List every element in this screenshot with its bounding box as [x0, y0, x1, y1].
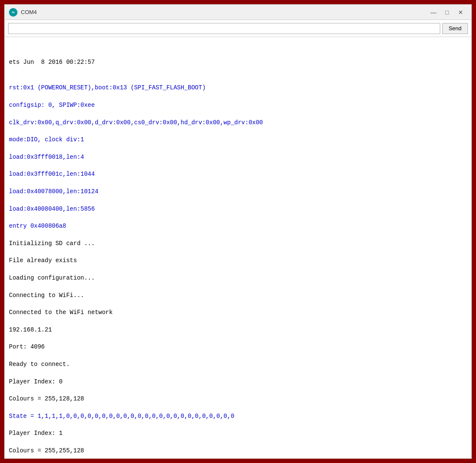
title-bar: ∞ COM4 — □ ✕ [5, 5, 471, 20]
console-line: Initializing SD card ... [9, 239, 467, 248]
console-line: Loading configuration... [9, 274, 467, 282]
arduino-logo-icon: ∞ [9, 8, 17, 17]
console-line: Port: 4096 [9, 343, 467, 351]
console-line: load:0x40078000,len:10124 [9, 187, 467, 196]
console-line: entry 0x400806a8 [9, 222, 467, 230]
console-line: Colours = 255,128,128 [9, 394, 467, 403]
console-line: load:0x3fff0018,len:4 [9, 153, 467, 161]
title-bar-left: ∞ COM4 [9, 8, 37, 17]
console-output: ets Jun 8 2016 00:22:57 rst:0x1 (POWERON… [5, 37, 471, 458]
serial-input[interactable] [8, 23, 440, 34]
console-line: rst:0x1 (POWERON_RESET),boot:0x13 (SPI_F… [9, 83, 467, 92]
console-line: Colours = 255,255,128 [9, 446, 467, 455]
maximize-button[interactable]: □ [441, 7, 453, 17]
console-line: Player Index: 0 [9, 377, 467, 386]
console-line: Player Index: 1 [9, 429, 467, 437]
console-empty-line [9, 75, 467, 83]
toolbar: Send [5, 20, 471, 37]
console-line: 192.168.1.21 [9, 326, 467, 334]
console-line: clk_drv:0x00,q_drv:0x00,d_drv:0x00,cs0_d… [9, 118, 467, 127]
console-line: load:0x40080400,len:5856 [9, 205, 467, 213]
console-line: Connecting to WiFi... [9, 291, 467, 300]
window-title: COM4 [21, 9, 37, 15]
console-line: Connected to the WiFi network [9, 308, 467, 317]
minimize-button[interactable]: — [427, 7, 440, 17]
console-line: configsip: 0, SPIWP:0xee [9, 101, 467, 109]
console-line: Ready to connect. [9, 360, 467, 369]
console-line: File already exists [9, 256, 467, 265]
serial-monitor-window: ∞ COM4 — □ ✕ Send ets Jun 8 2016 00:22:5… [4, 4, 472, 459]
console-line: State = 1,1,1,1,0,0,0,0,0,0,0,0,0,0,0,0,… [9, 412, 467, 420]
send-button[interactable]: Send [442, 23, 468, 34]
console-line: load:0x3fff001c,len:1044 [9, 170, 467, 178]
console-line: mode:DIO, clock div:1 [9, 135, 467, 144]
console-line: ets Jun 8 2016 00:22:57 [9, 58, 467, 66]
close-button[interactable]: ✕ [454, 7, 467, 17]
window-controls: — □ ✕ [427, 7, 467, 17]
